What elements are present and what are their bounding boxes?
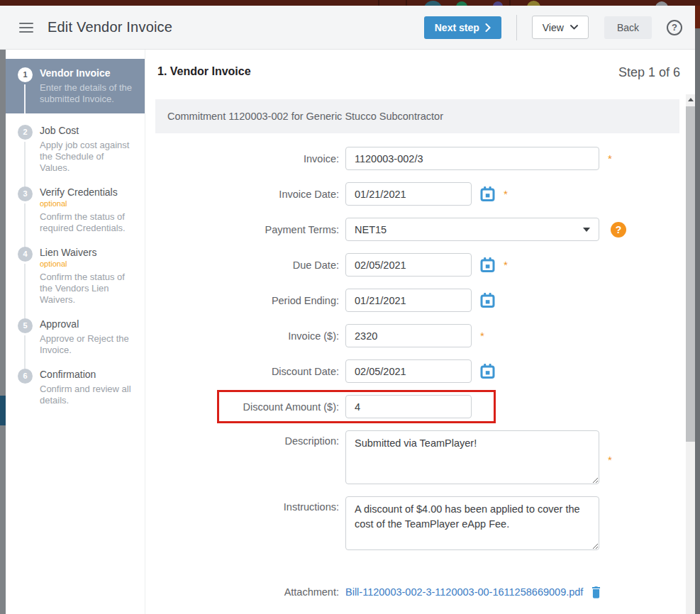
field-label: Period Ending:	[145, 295, 339, 306]
step-description: Confirm the status of the Vendors Lien W…	[40, 272, 136, 306]
step-number-badge: 1	[18, 67, 33, 82]
nav-rail-indicator	[0, 396, 6, 425]
field-area	[345, 289, 495, 312]
required-asterisk: *	[608, 152, 612, 164]
calendar-picker-button[interactable]	[480, 364, 495, 379]
field-area: *	[345, 253, 508, 277]
step-title: Verify Credentials	[40, 186, 136, 199]
required-asterisk: *	[504, 188, 508, 200]
field-area: *	[345, 324, 484, 347]
vertical-scrollbar[interactable]	[686, 94, 695, 614]
invoice-input[interactable]	[345, 324, 472, 347]
field-label: Description:	[145, 435, 339, 447]
field-area: *	[345, 147, 612, 170]
header-divider	[516, 15, 517, 40]
field-help-icon[interactable]: ?	[611, 222, 626, 238]
field-label: Instructions:	[145, 501, 339, 513]
attachment-link[interactable]: Bill-1120003-002-3-1120003-00-1611258669…	[345, 586, 583, 598]
step-connector-line	[24, 335, 26, 369]
field-area: *	[345, 430, 612, 484]
step-description: Confirm and review all details.	[40, 384, 136, 406]
calendar-icon	[480, 364, 495, 379]
chevron-down-icon	[570, 25, 578, 30]
field-label: Invoice Date:	[145, 189, 339, 200]
invoice-input[interactable]	[345, 147, 599, 170]
calendar-icon	[480, 257, 495, 272]
form-row-instructions: Instructions:	[145, 496, 686, 550]
optional-badge: optional	[40, 199, 136, 208]
field-area	[345, 496, 599, 550]
wizard-step-vendor-invoice[interactable]: 1Vendor InvoiceEnter the details of the …	[6, 59, 145, 113]
step-title: Approval	[40, 318, 136, 330]
commitment-banner: Commitment 1120003-002 for Generic Stucc…	[155, 99, 679, 133]
form-row-period-ending: Period Ending:	[145, 289, 686, 312]
wizard-step-verify-credentials[interactable]: 3Verify CredentialsoptionalConfirm the s…	[6, 186, 145, 234]
form-row-discount-date: Discount Date:	[145, 359, 686, 383]
step-connector-line	[24, 203, 26, 247]
calendar-icon	[480, 186, 495, 201]
next-step-button[interactable]: Next step	[424, 16, 501, 39]
delete-attachment-button[interactable]	[590, 585, 602, 598]
browser-tab-artifact	[423, 1, 443, 6]
next-step-label: Next step	[435, 22, 479, 33]
dropdown-arrow-icon	[583, 228, 590, 232]
scroll-up-button[interactable]	[686, 94, 695, 105]
chevron-right-icon	[485, 23, 491, 32]
collapsed-nav-rail[interactable]	[0, 50, 6, 614]
wizard-step-lien-waivers[interactable]: 4Lien WaiversoptionalConfirm the status …	[6, 247, 145, 306]
field-area: *	[345, 182, 508, 206]
form-row-description: Description:*	[145, 430, 686, 484]
required-asterisk: *	[504, 259, 508, 271]
calendar-picker-button[interactable]	[480, 293, 495, 308]
discount-date-input[interactable]	[345, 359, 472, 383]
step-connector-line	[24, 264, 26, 319]
browser-top-strip	[0, 0, 700, 6]
invoice-date-input[interactable]	[345, 182, 472, 206]
field-area	[345, 359, 495, 383]
attachment-row: Attachment: Bill-1120003-002-3-1120003-0…	[145, 585, 686, 598]
section-header: 1. Vendor Invoice Step 1 of 6	[145, 50, 686, 80]
calendar-picker-button[interactable]	[480, 257, 495, 272]
back-button[interactable]: Back	[604, 16, 652, 39]
menu-icon[interactable]	[19, 23, 33, 33]
view-label: View	[543, 22, 564, 33]
tab-separator	[378, 0, 379, 6]
tab-separator	[509, 0, 511, 6]
scrollbar-thumb[interactable]	[686, 106, 695, 442]
field-label: Invoice ($):	[145, 330, 339, 342]
field-label: Due Date:	[145, 259, 339, 271]
payment-terms-select[interactable]: NET15	[345, 218, 599, 241]
page: Edit Vendor Invoice Next step View Back …	[0, 0, 700, 614]
step-number-badge: 3	[18, 186, 33, 201]
period-ending-input[interactable]	[345, 289, 472, 312]
step-number-badge: 5	[18, 318, 33, 333]
calendar-picker-button[interactable]	[480, 186, 495, 201]
step-number-badge: 6	[18, 369, 33, 384]
step-description: Approve or Reject the Invoice.	[40, 333, 136, 356]
browser-tab-artifact	[456, 1, 467, 6]
form-row-payment-terms: Payment Terms:NET15?	[145, 218, 686, 241]
wizard-step-job-cost[interactable]: 2Job CostApply job cost against the Sche…	[6, 125, 145, 174]
form-row-due-date: Due Date:*	[145, 253, 686, 277]
help-icon[interactable]: ?	[667, 20, 682, 35]
section-title: 1. Vendor Invoice	[157, 65, 251, 78]
optional-badge: optional	[40, 259, 136, 269]
browser-tab-artifact	[493, 1, 503, 6]
field-label: Discount Date:	[145, 366, 339, 377]
wizard-step-list: 1Vendor InvoiceEnter the details of the …	[6, 59, 145, 406]
description-textarea[interactable]	[345, 430, 599, 484]
view-dropdown-button[interactable]: View	[532, 16, 589, 39]
step-number-badge: 4	[18, 247, 33, 262]
form-row-invoice: Invoice:*	[145, 147, 686, 170]
wizard-step-approval[interactable]: 5ApprovalApprove or Reject the Invoice.	[6, 318, 145, 356]
discount-amount-input[interactable]	[345, 395, 472, 418]
step-description: Enter the details of the submitted Invoi…	[40, 82, 136, 105]
due-date-input[interactable]	[345, 253, 472, 277]
field-area	[345, 395, 472, 418]
required-asterisk: *	[480, 330, 484, 342]
step-description: Apply job cost against the Schedule of V…	[40, 140, 136, 174]
wizard-step-confirmation[interactable]: 6ConfirmationConfirm and review all deta…	[6, 369, 145, 406]
field-label: Attachment:	[145, 586, 339, 598]
field-label: Discount Amount ($):	[145, 401, 339, 413]
instructions-textarea[interactable]	[345, 496, 599, 550]
